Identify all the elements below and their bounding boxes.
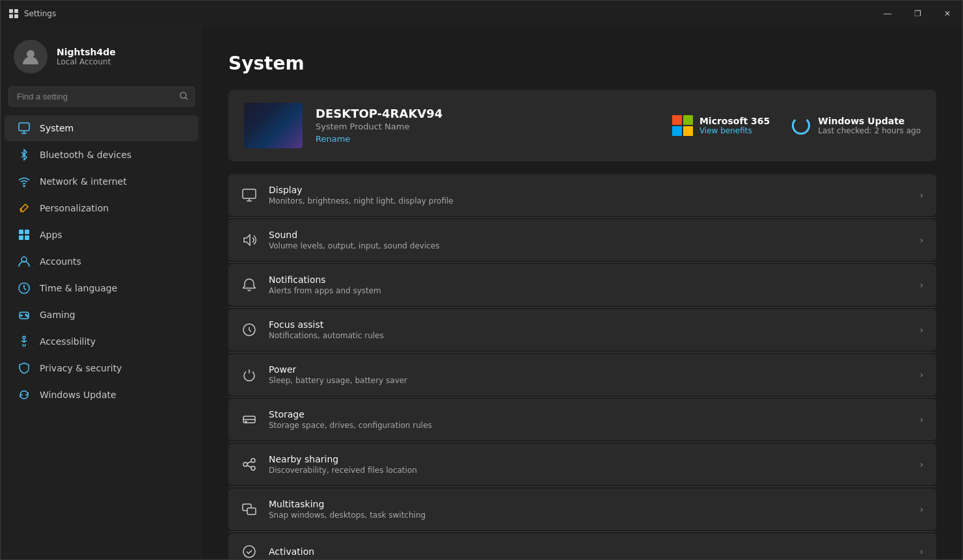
sidebar-item-label: Windows Update [40,390,116,400]
nearby-desc: Discoverability, received files location [269,466,908,475]
storage-icon [241,412,257,427]
focus-arrow: › [919,325,923,335]
microsoft365-icon [672,115,693,136]
svg-line-34 [247,466,251,468]
maximize-button[interactable]: ❐ [902,1,932,27]
sidebar-item-label: Personalization [40,203,109,213]
svg-rect-36 [247,508,256,514]
sidebar-item-bluetooth[interactable]: Bluetooth & devices [5,142,198,168]
nav-list: System Bluetooth & devices [1,114,202,408]
search-input[interactable] [8,87,195,107]
svg-point-22 [23,336,25,339]
device-rename-link[interactable]: Rename [316,134,350,144]
sidebar-item-system[interactable]: System [5,115,198,141]
settings-item-activation[interactable]: Activation › [228,533,936,559]
multitasking-icon [241,501,257,517]
sidebar-item-label: Gaming [40,310,75,320]
brush-icon [18,202,31,215]
notifications-icon [241,277,257,293]
svg-rect-0 [9,9,13,13]
avatar [14,40,47,73]
notifications-desc: Alerts from apps and system [269,286,908,295]
focus-label: Focus assist [269,319,908,330]
sidebar-item-network[interactable]: Network & internet [5,168,198,194]
settings-item-multitasking[interactable]: Multitasking Snap windows, desktops, tas… [228,488,936,530]
display-label: Display [269,185,908,195]
activation-arrow: › [919,546,923,557]
accounts-icon [18,255,31,268]
accessibility-icon [18,335,31,348]
sidebar-item-accounts[interactable]: Accounts [5,248,198,274]
svg-rect-2 [9,14,13,18]
svg-point-31 [251,459,255,462]
user-section[interactable]: Nightsh4de Local Account [1,27,202,84]
microsoft365-text: Microsoft 365 View benefits [699,116,770,135]
divider [228,307,936,308]
page-title: System [228,53,936,74]
notifications-arrow: › [919,280,923,290]
sidebar-item-time[interactable]: Time & language [5,275,198,301]
windows-update-sublabel: Last checked: 2 hours ago [818,126,921,135]
settings-item-power[interactable]: Power Sleep, battery usage, battery save… [228,354,936,395]
user-name: Nightsh4de [57,47,116,57]
divider [228,487,936,487]
sidebar-item-personalization[interactable]: Personalization [5,195,198,221]
activation-text: Activation [269,546,908,557]
svg-point-29 [245,421,247,423]
settings-item-focus[interactable]: Focus assist Notifications, automatic ru… [228,309,936,351]
sidebar-item-label: Bluetooth & devices [40,150,131,160]
sidebar-item-accessibility[interactable]: Accessibility [5,328,198,354]
minimize-button[interactable]: — [873,1,902,27]
svg-point-37 [243,546,255,557]
storage-desc: Storage space, drives, configuration rul… [269,421,908,430]
divider [228,442,936,442]
divider [228,262,936,263]
settings-item-storage[interactable]: Storage Storage space, drives, configura… [228,399,936,440]
svg-point-5 [180,92,186,98]
microsoft365-widget[interactable]: Microsoft 365 View benefits [672,115,770,136]
windows-update-widget[interactable]: Windows Update Last checked: 2 hours ago [791,115,921,136]
svg-point-21 [27,315,28,317]
sidebar-item-update[interactable]: Windows Update [5,382,198,408]
titlebar-left: Settings [8,8,56,19]
svg-rect-7 [19,123,29,131]
device-image [244,103,303,148]
divider [228,217,936,218]
storage-text: Storage Storage space, drives, configura… [269,409,908,430]
windows-update-text: Windows Update Last checked: 2 hours ago [818,116,921,135]
sidebar-item-apps[interactable]: Apps [5,222,198,248]
app-icon [8,8,19,19]
power-desc: Sleep, battery usage, battery saver [269,376,908,385]
time-icon [18,282,31,295]
power-label: Power [269,364,908,375]
activation-label: Activation [269,546,908,557]
update-icon [18,388,31,401]
svg-point-30 [243,462,247,466]
sound-label: Sound [269,230,908,240]
settings-item-notifications[interactable]: Notifications Alerts from apps and syste… [228,264,936,306]
power-arrow: › [919,369,923,380]
settings-item-nearby[interactable]: Nearby sharing Discoverability, received… [228,444,936,485]
display-desc: Monitors, brightness, night light, displ… [269,196,908,206]
close-button[interactable]: ✕ [932,1,962,27]
privacy-icon [18,362,31,375]
sidebar: Nightsh4de Local Account [1,27,202,559]
settings-item-display[interactable]: Display Monitors, brightness, night ligh… [228,174,936,216]
sidebar-item-gaming[interactable]: Gaming [5,302,198,328]
notifications-label: Notifications [269,274,908,285]
microsoft365-label: Microsoft 365 [699,116,770,126]
svg-point-10 [23,185,25,187]
nearby-label: Nearby sharing [269,454,908,464]
sidebar-item-privacy[interactable]: Privacy & security [5,355,198,381]
focus-desc: Notifications, automatic rules [269,331,908,340]
divider [228,531,936,532]
sidebar-item-label: Privacy & security [40,363,122,373]
divider [228,352,936,353]
window-title: Settings [24,9,56,18]
settings-item-sound[interactable]: Sound Volume levels, output, input, soun… [228,219,936,261]
titlebar-controls: — ❐ ✕ [873,1,962,27]
sidebar-item-label: Accounts [40,256,81,267]
display-text: Display Monitors, brightness, night ligh… [269,185,908,206]
windows-update-label: Windows Update [818,116,921,126]
display-icon [241,187,257,203]
